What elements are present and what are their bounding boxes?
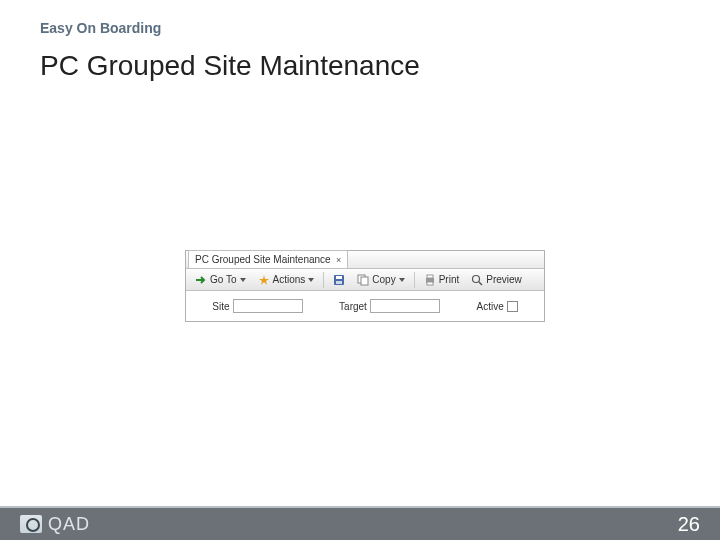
active-label: Active xyxy=(476,301,503,312)
close-icon[interactable]: × xyxy=(335,256,343,264)
save-button[interactable] xyxy=(328,271,350,289)
app-window: PC Grouped Site Maintenance × Go To Acti… xyxy=(185,250,545,322)
printer-icon xyxy=(424,274,436,286)
site-label: Site xyxy=(212,301,229,312)
actions-label: Actions xyxy=(273,274,306,285)
toolbar: Go To Actions Copy xyxy=(186,269,544,291)
page-number: 26 xyxy=(678,513,700,536)
active-checkbox[interactable] xyxy=(507,301,518,312)
star-icon xyxy=(258,274,270,286)
svg-rect-8 xyxy=(427,282,433,285)
slide-pretitle: Easy On Boarding xyxy=(40,20,161,36)
tab-active[interactable]: PC Grouped Site Maintenance × xyxy=(188,250,348,268)
print-label: Print xyxy=(439,274,460,285)
toolbar-separator xyxy=(323,272,324,288)
svg-marker-0 xyxy=(259,275,269,285)
svg-rect-5 xyxy=(361,277,368,285)
footer: QAD 26 xyxy=(0,508,720,540)
print-button[interactable]: Print xyxy=(419,271,465,289)
goto-button[interactable]: Go To xyxy=(190,271,251,289)
slide-title: PC Grouped Site Maintenance xyxy=(40,50,420,82)
goto-label: Go To xyxy=(210,274,237,285)
chevron-down-icon xyxy=(240,278,246,282)
copy-button[interactable]: Copy xyxy=(352,271,409,289)
svg-rect-2 xyxy=(336,276,342,279)
form-area: Site Target Active xyxy=(186,291,544,321)
preview-icon xyxy=(471,274,483,286)
field-site: Site xyxy=(212,299,302,313)
field-target: Target xyxy=(339,299,440,313)
arrow-icon xyxy=(195,274,207,286)
copy-label: Copy xyxy=(372,274,395,285)
svg-rect-7 xyxy=(427,275,433,278)
copy-icon xyxy=(357,274,369,286)
chevron-down-icon xyxy=(399,278,405,282)
toolbar-separator xyxy=(414,272,415,288)
logo-icon xyxy=(20,515,42,533)
logo-text: QAD xyxy=(48,514,90,535)
actions-button[interactable]: Actions xyxy=(253,271,320,289)
svg-rect-3 xyxy=(336,281,342,284)
tab-label: PC Grouped Site Maintenance xyxy=(195,251,331,269)
brand-logo: QAD xyxy=(20,514,90,535)
site-input[interactable] xyxy=(233,299,303,313)
field-active: Active xyxy=(476,301,517,312)
disk-icon xyxy=(333,274,345,286)
preview-label: Preview xyxy=(486,274,522,285)
tab-bar: PC Grouped Site Maintenance × xyxy=(186,251,544,269)
target-label: Target xyxy=(339,301,367,312)
svg-point-9 xyxy=(473,275,480,282)
target-input[interactable] xyxy=(370,299,440,313)
preview-button[interactable]: Preview xyxy=(466,271,527,289)
svg-line-10 xyxy=(479,282,482,285)
chevron-down-icon xyxy=(308,278,314,282)
